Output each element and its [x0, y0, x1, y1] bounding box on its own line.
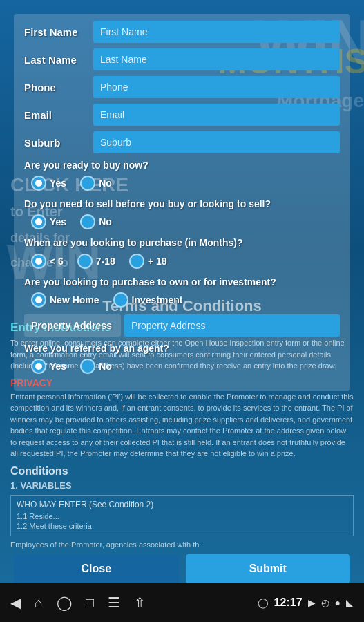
when-purchase-options: < 6 7-18 + 18	[24, 254, 340, 269]
wifi-icon: ◣	[346, 597, 354, 608]
radio-yes-label: Yes	[50, 178, 66, 189]
referred-yes-label: Yes	[50, 361, 66, 372]
investment-circle	[113, 292, 128, 308]
own-or-invest-section: Are you looking to purchase to own or fo…	[24, 276, 340, 308]
form-container: First Name Last Name Phone Email Suburb …	[14, 14, 350, 391]
need-to-sell-options: Yes No	[24, 214, 340, 229]
first-name-label: First Name	[24, 26, 93, 38]
email-row: Email	[24, 104, 340, 126]
list-item-1-1: 1.1 Reside...	[17, 512, 347, 520]
suburb-label: Suburb	[24, 137, 93, 149]
variables-heading: 1. VARIABLES	[10, 480, 354, 491]
purchase-lt6-label: < 6	[50, 256, 64, 267]
radio-no-circle	[80, 176, 95, 191]
ready-to-buy-no[interactable]: No	[80, 176, 112, 191]
status-time: 12:17	[274, 596, 303, 609]
bottom-buttons: Close Submit	[0, 554, 364, 583]
alarm-icon: ◴	[321, 597, 329, 608]
privacy-text: Entrant personal information ('PI') will…	[10, 391, 354, 460]
ready-to-buy-options: Yes No	[24, 176, 340, 191]
referred-no-label: No	[99, 361, 112, 372]
purchase-18plus-label: + 18	[148, 256, 167, 267]
back-icon[interactable]: ◀	[10, 594, 21, 611]
purchase-18plus-circle	[129, 254, 144, 269]
who-enter-label: WHO MAY ENTER (See Condition 2)	[17, 500, 347, 509]
android-nav-bar: ◀ ⌂ ◯ □ ☰ ⇧ ◯ 12:17 ▶ ◴ ● ◣	[0, 583, 364, 622]
when-purchase-question: When are you looking to purchase (in Mon…	[24, 236, 340, 249]
conditions-heading: Conditions	[10, 465, 354, 478]
last-name-label: Last Name	[24, 54, 93, 66]
need-to-sell-no[interactable]: No	[80, 214, 112, 229]
sell-radio-yes-label: Yes	[50, 216, 66, 227]
when-purchase-section: When are you looking to purchase (in Mon…	[24, 236, 340, 268]
submit-button[interactable]: Submit	[186, 554, 351, 583]
purchase-7-18[interactable]: 7-18	[77, 254, 115, 269]
purchase-18plus[interactable]: + 18	[129, 254, 167, 269]
referred-no-circle	[80, 359, 95, 374]
nav-status-right: ◯ 12:17 ▶ ◴ ● ◣	[258, 596, 354, 609]
investment-option[interactable]: Investment	[113, 292, 183, 308]
referred-section: Were you referred by an agent? Yes No	[24, 342, 340, 374]
who-enter-box: WHO MAY ENTER (See Condition 2) 1.1 Resi…	[10, 495, 354, 536]
ready-to-buy-yes[interactable]: Yes	[31, 176, 66, 191]
phone-label: Phone	[24, 82, 93, 93]
property-address-row: Property Address	[24, 314, 340, 337]
sell-radio-no-label: No	[99, 216, 112, 227]
investment-label: Investment	[132, 294, 183, 305]
referred-question: Were you referred by an agent?	[24, 342, 340, 355]
purchase-lt6-circle	[31, 254, 46, 269]
radio-no-label: No	[99, 178, 112, 189]
referred-yes[interactable]: Yes	[31, 359, 66, 374]
sell-radio-no-circle	[80, 214, 95, 229]
email-input[interactable]	[93, 104, 340, 126]
first-name-input[interactable]	[93, 21, 340, 43]
phone-row: Phone	[24, 76, 340, 98]
new-home-label: New Home	[50, 294, 99, 305]
sell-radio-yes-circle	[31, 214, 46, 229]
suburb-input[interactable]	[93, 131, 340, 153]
suburb-row: Suburb	[24, 131, 340, 153]
radio-yes-circle	[31, 176, 46, 191]
new-home-option[interactable]: New Home	[31, 292, 99, 308]
email-label: Email	[24, 109, 93, 121]
new-home-circle	[31, 292, 46, 308]
up-icon[interactable]: ⇧	[134, 594, 146, 611]
property-address-input[interactable]	[124, 314, 340, 337]
last-name-row: Last Name	[24, 48, 340, 70]
location-icon: ◯	[258, 597, 269, 608]
own-or-invest-question: Are you looking to purchase to own or fo…	[24, 276, 340, 288]
ready-to-buy-section: Are you ready to buy now? Yes No	[24, 159, 340, 191]
signal-icon: ●	[335, 597, 341, 608]
employees-text: Employees of the Promoter, agencies asso…	[10, 539, 354, 551]
need-to-sell-section: Do you need to sell before you buy or lo…	[24, 198, 340, 229]
need-to-sell-yes[interactable]: Yes	[31, 214, 66, 229]
bluetooth-icon: ▶	[308, 597, 316, 608]
referred-yes-circle	[31, 359, 46, 374]
phone-input[interactable]	[93, 76, 340, 98]
need-to-sell-question: Do you need to sell before you buy or lo…	[24, 198, 340, 210]
referred-no[interactable]: No	[80, 359, 112, 374]
screen-icon[interactable]: □	[86, 595, 94, 611]
home-icon[interactable]: ⌂	[35, 595, 43, 611]
recents-icon[interactable]: ◯	[57, 594, 72, 611]
first-name-row: First Name	[24, 21, 340, 43]
close-button[interactable]: Close	[14, 554, 179, 583]
last-name-input[interactable]	[93, 48, 340, 70]
referred-options: Yes No	[24, 359, 340, 374]
ready-to-buy-question: Are you ready to buy now?	[24, 159, 340, 171]
menu-icon[interactable]: ☰	[108, 594, 120, 611]
property-address-label: Property Address	[24, 314, 121, 337]
list-item-1-2: 1.2 Meet these criteria	[17, 522, 347, 530]
own-or-invest-options: New Home Investment	[24, 292, 340, 308]
nav-icons-left: ◀ ⌂ ◯ □ ☰ ⇧	[10, 594, 146, 611]
purchase-lt6[interactable]: < 6	[31, 254, 64, 269]
purchase-7-18-label: 7-18	[96, 256, 115, 267]
purchase-7-18-circle	[77, 254, 93, 269]
